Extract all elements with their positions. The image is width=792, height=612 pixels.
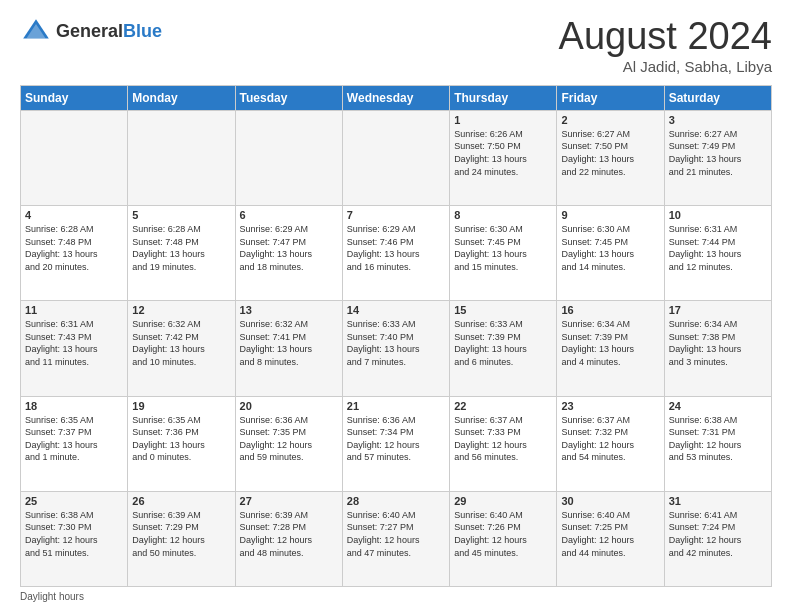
day-number: 1: [454, 114, 552, 126]
day-number: 12: [132, 304, 230, 316]
day-info: Sunrise: 6:39 AMSunset: 7:28 PMDaylight:…: [240, 509, 338, 559]
day-info: Sunrise: 6:40 AMSunset: 7:26 PMDaylight:…: [454, 509, 552, 559]
day-cell: 3Sunrise: 6:27 AMSunset: 7:49 PMDaylight…: [664, 110, 771, 205]
day-number: 10: [669, 209, 767, 221]
day-number: 26: [132, 495, 230, 507]
main-title: August 2024: [559, 16, 772, 58]
day-number: 23: [561, 400, 659, 412]
day-number: 11: [25, 304, 123, 316]
day-cell: 21Sunrise: 6:36 AMSunset: 7:34 PMDayligh…: [342, 396, 449, 491]
logo-text: GeneralBlue: [56, 22, 162, 42]
subtitle: Al Jadid, Sabha, Libya: [559, 58, 772, 75]
day-cell: 14Sunrise: 6:33 AMSunset: 7:40 PMDayligh…: [342, 301, 449, 396]
day-cell: 11Sunrise: 6:31 AMSunset: 7:43 PMDayligh…: [21, 301, 128, 396]
day-info: Sunrise: 6:29 AMSunset: 7:47 PMDaylight:…: [240, 223, 338, 273]
header: GeneralBlue August 2024 Al Jadid, Sabha,…: [20, 16, 772, 75]
day-number: 2: [561, 114, 659, 126]
day-number: 25: [25, 495, 123, 507]
logo: GeneralBlue: [20, 16, 162, 48]
day-info: Sunrise: 6:38 AMSunset: 7:31 PMDaylight:…: [669, 414, 767, 464]
day-cell: 10Sunrise: 6:31 AMSunset: 7:44 PMDayligh…: [664, 206, 771, 301]
footer-note: Daylight hours: [20, 591, 772, 602]
day-number: 5: [132, 209, 230, 221]
day-info: Sunrise: 6:31 AMSunset: 7:44 PMDaylight:…: [669, 223, 767, 273]
week-row-3: 18Sunrise: 6:35 AMSunset: 7:37 PMDayligh…: [21, 396, 772, 491]
day-info: Sunrise: 6:36 AMSunset: 7:35 PMDaylight:…: [240, 414, 338, 464]
day-cell: 12Sunrise: 6:32 AMSunset: 7:42 PMDayligh…: [128, 301, 235, 396]
day-number: 9: [561, 209, 659, 221]
calendar-header-row: SundayMondayTuesdayWednesdayThursdayFrid…: [21, 85, 772, 110]
day-number: 8: [454, 209, 552, 221]
day-info: Sunrise: 6:26 AMSunset: 7:50 PMDaylight:…: [454, 128, 552, 178]
day-number: 3: [669, 114, 767, 126]
day-info: Sunrise: 6:33 AMSunset: 7:39 PMDaylight:…: [454, 318, 552, 368]
day-number: 14: [347, 304, 445, 316]
day-number: 17: [669, 304, 767, 316]
day-info: Sunrise: 6:36 AMSunset: 7:34 PMDaylight:…: [347, 414, 445, 464]
day-info: Sunrise: 6:30 AMSunset: 7:45 PMDaylight:…: [454, 223, 552, 273]
day-number: 24: [669, 400, 767, 412]
day-number: 21: [347, 400, 445, 412]
day-cell: 7Sunrise: 6:29 AMSunset: 7:46 PMDaylight…: [342, 206, 449, 301]
day-number: 22: [454, 400, 552, 412]
day-number: 18: [25, 400, 123, 412]
logo-line2: Blue: [123, 21, 162, 41]
day-cell: 2Sunrise: 6:27 AMSunset: 7:50 PMDaylight…: [557, 110, 664, 205]
day-info: Sunrise: 6:35 AMSunset: 7:37 PMDaylight:…: [25, 414, 123, 464]
day-cell: 29Sunrise: 6:40 AMSunset: 7:26 PMDayligh…: [450, 491, 557, 586]
day-cell: [235, 110, 342, 205]
day-number: 29: [454, 495, 552, 507]
day-cell: 1Sunrise: 6:26 AMSunset: 7:50 PMDaylight…: [450, 110, 557, 205]
day-cell: [21, 110, 128, 205]
day-number: 20: [240, 400, 338, 412]
day-number: 15: [454, 304, 552, 316]
col-header-friday: Friday: [557, 85, 664, 110]
day-cell: 24Sunrise: 6:38 AMSunset: 7:31 PMDayligh…: [664, 396, 771, 491]
day-cell: 22Sunrise: 6:37 AMSunset: 7:33 PMDayligh…: [450, 396, 557, 491]
day-cell: 23Sunrise: 6:37 AMSunset: 7:32 PMDayligh…: [557, 396, 664, 491]
day-cell: 30Sunrise: 6:40 AMSunset: 7:25 PMDayligh…: [557, 491, 664, 586]
day-number: 7: [347, 209, 445, 221]
day-info: Sunrise: 6:41 AMSunset: 7:24 PMDaylight:…: [669, 509, 767, 559]
day-cell: 6Sunrise: 6:29 AMSunset: 7:47 PMDaylight…: [235, 206, 342, 301]
day-number: 6: [240, 209, 338, 221]
day-info: Sunrise: 6:28 AMSunset: 7:48 PMDaylight:…: [132, 223, 230, 273]
day-number: 30: [561, 495, 659, 507]
day-number: 31: [669, 495, 767, 507]
day-cell: 8Sunrise: 6:30 AMSunset: 7:45 PMDaylight…: [450, 206, 557, 301]
day-cell: 18Sunrise: 6:35 AMSunset: 7:37 PMDayligh…: [21, 396, 128, 491]
day-cell: 4Sunrise: 6:28 AMSunset: 7:48 PMDaylight…: [21, 206, 128, 301]
day-info: Sunrise: 6:33 AMSunset: 7:40 PMDaylight:…: [347, 318, 445, 368]
day-cell: 26Sunrise: 6:39 AMSunset: 7:29 PMDayligh…: [128, 491, 235, 586]
day-cell: 25Sunrise: 6:38 AMSunset: 7:30 PMDayligh…: [21, 491, 128, 586]
day-info: Sunrise: 6:39 AMSunset: 7:29 PMDaylight:…: [132, 509, 230, 559]
day-info: Sunrise: 6:28 AMSunset: 7:48 PMDaylight:…: [25, 223, 123, 273]
title-block: August 2024 Al Jadid, Sabha, Libya: [559, 16, 772, 75]
day-info: Sunrise: 6:30 AMSunset: 7:45 PMDaylight:…: [561, 223, 659, 273]
day-cell: 19Sunrise: 6:35 AMSunset: 7:36 PMDayligh…: [128, 396, 235, 491]
col-header-saturday: Saturday: [664, 85, 771, 110]
logo-line1: General: [56, 21, 123, 41]
day-cell: 16Sunrise: 6:34 AMSunset: 7:39 PMDayligh…: [557, 301, 664, 396]
day-number: 27: [240, 495, 338, 507]
day-cell: 5Sunrise: 6:28 AMSunset: 7:48 PMDaylight…: [128, 206, 235, 301]
week-row-1: 4Sunrise: 6:28 AMSunset: 7:48 PMDaylight…: [21, 206, 772, 301]
day-info: Sunrise: 6:34 AMSunset: 7:38 PMDaylight:…: [669, 318, 767, 368]
day-cell: 9Sunrise: 6:30 AMSunset: 7:45 PMDaylight…: [557, 206, 664, 301]
col-header-sunday: Sunday: [21, 85, 128, 110]
day-info: Sunrise: 6:40 AMSunset: 7:25 PMDaylight:…: [561, 509, 659, 559]
day-info: Sunrise: 6:29 AMSunset: 7:46 PMDaylight:…: [347, 223, 445, 273]
day-cell: 31Sunrise: 6:41 AMSunset: 7:24 PMDayligh…: [664, 491, 771, 586]
page: GeneralBlue August 2024 Al Jadid, Sabha,…: [0, 0, 792, 612]
day-cell: 15Sunrise: 6:33 AMSunset: 7:39 PMDayligh…: [450, 301, 557, 396]
day-cell: 17Sunrise: 6:34 AMSunset: 7:38 PMDayligh…: [664, 301, 771, 396]
day-cell: 13Sunrise: 6:32 AMSunset: 7:41 PMDayligh…: [235, 301, 342, 396]
col-header-wednesday: Wednesday: [342, 85, 449, 110]
day-cell: 28Sunrise: 6:40 AMSunset: 7:27 PMDayligh…: [342, 491, 449, 586]
day-cell: [342, 110, 449, 205]
col-header-tuesday: Tuesday: [235, 85, 342, 110]
day-info: Sunrise: 6:35 AMSunset: 7:36 PMDaylight:…: [132, 414, 230, 464]
day-cell: 27Sunrise: 6:39 AMSunset: 7:28 PMDayligh…: [235, 491, 342, 586]
day-info: Sunrise: 6:31 AMSunset: 7:43 PMDaylight:…: [25, 318, 123, 368]
logo-icon: [20, 16, 52, 48]
